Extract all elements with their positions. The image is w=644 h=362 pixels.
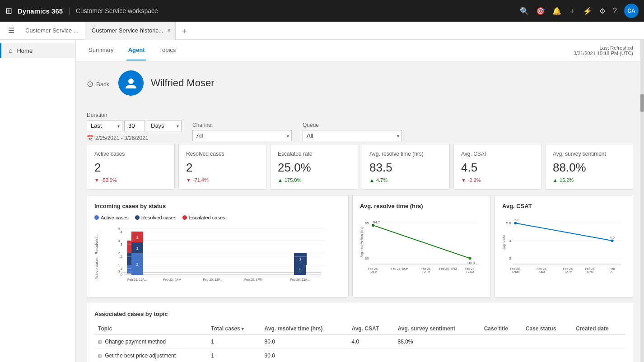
- last-refreshed-label: Last Refreshed: [574, 45, 633, 51]
- legend-escalated-label: Escalated cases: [189, 215, 225, 220]
- tab-bar: ☰ Customer Service ... Customer Service …: [0, 22, 644, 40]
- kpi-escalated-rate-title: Escalated rate: [278, 151, 350, 157]
- svg-text:Feb 25,: Feb 25,: [510, 267, 521, 270]
- tab-agent[interactable]: Agent: [126, 40, 147, 60]
- charts-row: Incoming cases by status Active cases Re…: [87, 195, 633, 297]
- cell-case-title: [481, 349, 522, 362]
- svg-text:2...: 2...: [610, 270, 615, 274]
- tab-close-icon[interactable]: ✕: [167, 28, 171, 33]
- last-refreshed: Last Refreshed 3/21/2021 10:18 PM (UTC): [574, 45, 633, 56]
- sidebar-item-home[interactable]: ⌂ Home: [0, 43, 75, 58]
- duration-filter: Duration Last This Custom Da: [87, 112, 182, 141]
- kpi-avg-survey-sentiment-change: ▲ 15.2%: [553, 177, 625, 183]
- cell-topic: ⊞ Change payment method: [94, 335, 207, 349]
- channel-select-wrapper: All: [192, 130, 292, 141]
- svg-text:80.0: 80.0: [468, 261, 475, 265]
- agent-name: Wilfried Moser: [151, 77, 215, 89]
- help-icon[interactable]: ?: [613, 7, 617, 15]
- duration-type-wrapper: Last This Custom: [87, 120, 122, 131]
- cell-topic: ⊞ Get the best price adjustment: [94, 349, 207, 362]
- scrollbar-thumb[interactable]: [640, 94, 644, 112]
- top-navbar: ⊞ Dynamics 365 | Customer Service worksp…: [0, 0, 644, 22]
- svg-point-78: [514, 222, 517, 224]
- expand-icon[interactable]: ⊞: [98, 339, 102, 344]
- svg-text:12PM: 12PM: [564, 270, 572, 274]
- cell-total-cases: 1: [207, 335, 261, 349]
- target-icon[interactable]: 🎯: [536, 7, 545, 15]
- svg-text:Feb 25, 6PM: Feb 25, 6PM: [244, 278, 262, 281]
- svg-text:12AM: 12AM: [369, 270, 377, 274]
- kpi-active-cases-title: Active cases: [94, 151, 167, 157]
- user-avatar[interactable]: CA: [624, 4, 639, 18]
- kpi-avg-csat-value: 4.5: [461, 161, 534, 175]
- kpi-avg-csat-title: Avg. CSAT: [461, 151, 534, 157]
- cell-created-date: [572, 335, 625, 349]
- hamburger-icon[interactable]: ☰: [4, 26, 19, 35]
- date-range: 📅 2/25/2021 - 3/26/2021: [87, 135, 182, 141]
- legend-escalated-dot: [182, 215, 187, 220]
- tab-summary[interactable]: Summary: [87, 40, 116, 60]
- bell-icon[interactable]: 🔔: [552, 7, 561, 15]
- queue-filter: Queue All: [303, 122, 402, 141]
- svg-text:Feb: Feb: [610, 267, 615, 270]
- table-row: ⊞ Get the best price adjustment 1 90.0: [94, 349, 625, 362]
- avg-csat-chart: Avg. CSAT 5.0 4 2 Avg. CSAT: [495, 195, 633, 297]
- back-button[interactable]: ⊙ Back: [87, 79, 109, 89]
- kpi-avg-resolve-time-pct: 4.7%: [376, 177, 387, 183]
- calendar-icon: 📅: [87, 135, 93, 141]
- agent-content: ⊙ Back Wilfried Moser Duration: [76, 61, 644, 362]
- arrow-up-icon: ▲: [369, 177, 374, 183]
- svg-text:12AM: 12AM: [511, 270, 519, 274]
- svg-text:Feb 25,: Feb 25,: [368, 267, 378, 270]
- scrollbar[interactable]: [640, 40, 644, 362]
- duration-number-input[interactable]: [124, 120, 145, 131]
- tab-topics[interactable]: Topics: [157, 40, 177, 60]
- channel-filter: Channel All: [192, 122, 292, 141]
- kpi-escalated-rate-change: ▲ 175.0%: [278, 177, 350, 183]
- expand-icon[interactable]: ⊞: [98, 353, 102, 358]
- content-header: Summary Agent Topics Last Refreshed 3/21…: [76, 40, 644, 61]
- tab-customer-service[interactable]: Customer Service ...: [19, 22, 85, 40]
- col-case-status: Case status: [522, 323, 572, 335]
- main-layout: ⌂ Home Summary Agent Topics Last Refresh…: [0, 40, 644, 362]
- svg-line-54: [373, 225, 470, 258]
- svg-text:1: 1: [121, 267, 123, 271]
- bar-chart-svg-real: 4 3 2 1 0: [103, 225, 341, 288]
- svg-text:Feb 25, 6AM: Feb 25, 6AM: [163, 278, 181, 281]
- svg-text:Feb 25, 12P...: Feb 25, 12P...: [203, 278, 222, 281]
- grid-icon[interactable]: ⊞: [5, 6, 12, 16]
- duration-type-select[interactable]: Last This Custom: [87, 120, 122, 131]
- filter-icon[interactable]: ⚡: [583, 7, 592, 15]
- search-icon[interactable]: 🔍: [520, 7, 529, 15]
- tab-customer-service-historic[interactable]: Customer Service historic... ✕: [85, 22, 176, 40]
- plus-icon[interactable]: ＋: [569, 6, 576, 16]
- queue-select[interactable]: All: [303, 130, 402, 141]
- svg-text:4: 4: [121, 230, 123, 234]
- svg-text:Avg. CSAT: Avg. CSAT: [502, 235, 506, 250]
- col-avg-resolve: Avg. resolve time (hrs): [261, 323, 348, 335]
- legend-active-dot: [94, 215, 99, 220]
- arrow-down-icon: ▼: [461, 177, 466, 183]
- cell-case-title: [481, 335, 522, 349]
- cell-avg-csat: 4.0: [348, 335, 394, 349]
- queue-select-wrapper: All: [303, 130, 402, 141]
- col-avg-survey: Avg. survey sentiment: [394, 323, 481, 335]
- kpi-resolved-cases-change: ▼ -71.4%: [186, 177, 259, 183]
- duration-unit-select[interactable]: Days Weeks Months: [147, 120, 182, 131]
- channel-select[interactable]: All: [192, 130, 292, 141]
- tab-label: Customer Service ...: [25, 27, 79, 34]
- channel-label: Channel: [192, 122, 292, 128]
- associated-cases-table: Topic Total cases ▾ Avg. resolve time (h…: [94, 323, 625, 362]
- kpi-avg-survey-sentiment: Avg. survey sentiment 88.0% ▲ 15.2%: [545, 144, 633, 190]
- cell-case-status: [522, 335, 572, 349]
- kpi-avg-csat-pct: -2.2%: [468, 177, 481, 183]
- col-topic: Topic: [94, 323, 207, 335]
- svg-line-75: [515, 223, 612, 241]
- settings-icon[interactable]: ⚙: [599, 7, 606, 15]
- table-row: ⊞ Change payment method 1 80.0 4.0 88.0%: [94, 335, 625, 349]
- tab-add-icon[interactable]: ＋: [176, 25, 193, 36]
- app-name: Customer Service workspace: [76, 7, 158, 14]
- sort-icon[interactable]: ▾: [242, 327, 244, 331]
- cell-case-status: [522, 349, 572, 362]
- col-case-title: Case title: [481, 323, 522, 335]
